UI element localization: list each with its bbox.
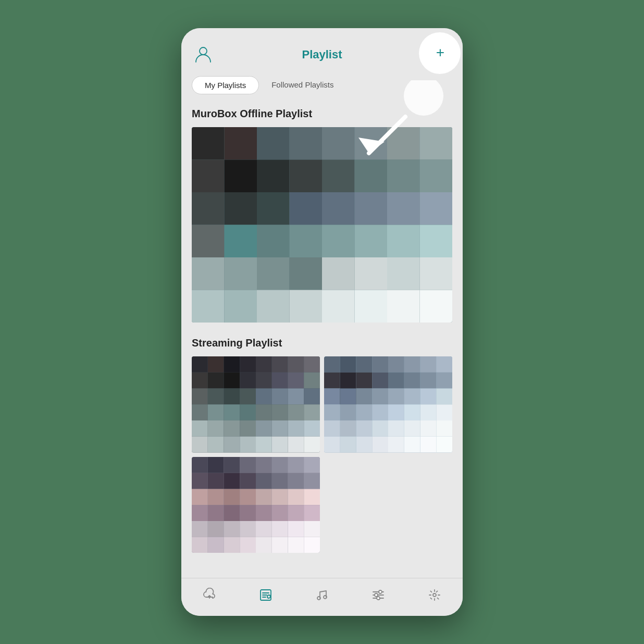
bottom-navigation	[181, 578, 463, 616]
svg-rect-123	[372, 389, 388, 405]
svg-rect-103	[324, 356, 340, 373]
svg-rect-127	[436, 389, 452, 405]
svg-rect-116	[404, 373, 420, 389]
nav-music-note[interactable]	[307, 585, 337, 605]
svg-rect-164	[240, 473, 256, 489]
streaming-thumbnail-1[interactable]	[192, 356, 320, 453]
svg-rect-197	[256, 537, 272, 553]
svg-rect-167	[288, 473, 304, 489]
svg-rect-73	[240, 389, 256, 405]
svg-rect-181	[256, 505, 272, 521]
svg-rect-24	[290, 192, 323, 225]
svg-rect-93	[304, 420, 320, 437]
svg-rect-145	[340, 437, 356, 453]
svg-rect-79	[208, 404, 224, 420]
svg-rect-67	[272, 373, 288, 389]
svg-rect-95	[208, 437, 224, 453]
svg-rect-179	[224, 505, 240, 521]
svg-rect-191	[288, 521, 304, 537]
svg-rect-111	[324, 373, 340, 389]
svg-rect-177	[192, 505, 208, 521]
header: Playlist +	[181, 28, 463, 76]
profile-button[interactable]	[192, 43, 215, 66]
svg-rect-39	[257, 257, 290, 290]
svg-rect-84	[288, 404, 304, 420]
svg-rect-110	[436, 356, 452, 373]
offline-thumbnail-1[interactable]	[192, 127, 452, 323]
svg-rect-64	[224, 373, 240, 389]
svg-rect-168	[304, 473, 320, 489]
svg-rect-188	[240, 521, 256, 537]
svg-rect-60	[288, 356, 304, 373]
svg-rect-157	[256, 457, 272, 473]
svg-rect-184	[304, 505, 320, 521]
svg-rect-6	[225, 127, 257, 160]
nav-cloud-music[interactable]	[195, 585, 224, 605]
svg-rect-88	[224, 420, 240, 437]
svg-rect-131	[372, 404, 388, 420]
svg-rect-28	[420, 192, 453, 225]
svg-rect-22	[225, 192, 257, 225]
svg-rect-133	[404, 404, 420, 420]
svg-rect-124	[388, 389, 404, 405]
svg-point-211	[379, 590, 382, 593]
svg-rect-29	[192, 225, 225, 258]
svg-rect-80	[224, 404, 240, 420]
equalizer-icon	[370, 587, 387, 603]
svg-rect-178	[208, 505, 224, 521]
svg-rect-5	[192, 127, 225, 160]
svg-rect-27	[387, 192, 420, 225]
add-button[interactable]: +	[430, 42, 451, 63]
svg-rect-132	[388, 404, 404, 420]
svg-rect-75	[272, 389, 288, 405]
svg-rect-62	[192, 373, 208, 389]
svg-rect-142	[420, 420, 437, 437]
svg-rect-58	[256, 356, 272, 373]
offline-thumbnails-grid	[192, 127, 452, 323]
svg-rect-134	[420, 404, 437, 420]
svg-rect-149	[404, 437, 420, 453]
svg-rect-74	[256, 389, 272, 405]
svg-rect-41	[322, 257, 355, 290]
tab-my-playlists[interactable]: My Playlists	[192, 76, 259, 94]
svg-rect-97	[240, 437, 256, 453]
svg-rect-135	[436, 404, 452, 420]
svg-rect-106	[372, 356, 388, 373]
nav-settings[interactable]	[420, 585, 449, 605]
settings-icon	[426, 587, 443, 603]
tabs-container: My Playlists Followed Playlists	[181, 76, 463, 103]
svg-rect-139	[372, 420, 388, 437]
svg-rect-101	[304, 437, 320, 453]
svg-rect-8	[290, 127, 323, 160]
svg-rect-156	[240, 457, 256, 473]
svg-rect-10	[355, 127, 388, 160]
svg-rect-66	[256, 373, 272, 389]
svg-rect-117	[420, 373, 437, 389]
tab-followed-playlists[interactable]: Followed Playlists	[259, 76, 346, 94]
svg-rect-171	[224, 489, 240, 505]
svg-rect-146	[356, 437, 373, 453]
nav-equalizer[interactable]	[364, 585, 393, 605]
svg-rect-20	[420, 160, 453, 193]
svg-rect-99	[272, 437, 288, 453]
svg-rect-190	[272, 521, 288, 537]
music-note-icon	[314, 587, 330, 603]
svg-rect-52	[420, 290, 453, 323]
svg-rect-180	[240, 505, 256, 521]
svg-rect-186	[208, 521, 224, 537]
svg-rect-57	[240, 356, 256, 373]
offline-playlist-title: MuroBox Offline Playlist	[192, 108, 452, 120]
streaming-thumbnail-2[interactable]	[324, 356, 452, 453]
nav-playlist[interactable]	[251, 585, 280, 605]
svg-rect-195	[224, 537, 240, 553]
svg-rect-163	[224, 473, 240, 489]
streaming-thumbnail-3[interactable]	[192, 457, 320, 553]
svg-rect-44	[420, 257, 453, 290]
svg-rect-194	[208, 537, 224, 553]
svg-rect-183	[288, 505, 304, 521]
profile-icon	[194, 44, 213, 65]
svg-rect-150	[420, 437, 437, 453]
svg-rect-122	[356, 389, 373, 405]
svg-rect-91	[272, 420, 288, 437]
svg-rect-42	[355, 257, 388, 290]
